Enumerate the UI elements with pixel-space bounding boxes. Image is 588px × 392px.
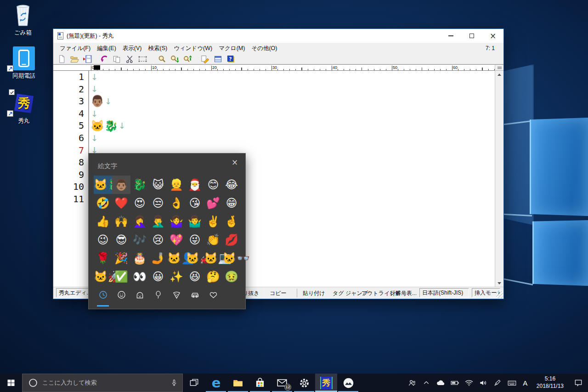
menu-item[interactable]: その他(O): [248, 45, 280, 52]
desktop-icon-phone-sync[interactable]: 同期電話: [4, 45, 44, 80]
emoji-cell[interactable]: 🐱‍🚀: [94, 267, 112, 286]
emoji-cell[interactable]: 🤣: [94, 194, 112, 212]
scrollbar-track[interactable]: [495, 78, 503, 279]
open-button[interactable]: [68, 54, 80, 63]
emoji-category-celebrations-icon[interactable]: [149, 287, 167, 302]
save-button[interactable]: [81, 54, 93, 63]
emoji-category-food-icon[interactable]: [167, 287, 186, 302]
maximize-button[interactable]: [461, 29, 482, 43]
emoji-category-transport-icon[interactable]: [186, 287, 204, 302]
emoji-cell[interactable]: 🤔: [204, 267, 222, 286]
emoji-cell[interactable]: 👍: [94, 212, 112, 231]
select-button[interactable]: [136, 54, 148, 63]
vertical-scrollbar[interactable]: [495, 65, 503, 287]
taskbar-search-box[interactable]: ここに入力して検索: [22, 374, 183, 392]
emoji-cell[interactable]: 😁: [222, 194, 241, 212]
emoji-cell[interactable]: 🤦‍♂️: [149, 212, 167, 231]
start-button[interactable]: [0, 374, 22, 392]
emoji-cell[interactable]: 🎂: [130, 249, 149, 267]
tray-chevron-up-icon[interactable]: [419, 374, 434, 392]
text-line[interactable]: ↓: [90, 108, 495, 120]
tray-volume-icon[interactable]: [476, 374, 491, 392]
replace-button[interactable]: [199, 54, 211, 63]
desktop-icon-hidemaru[interactable]: 秀秀丸: [4, 90, 44, 125]
emoji-cell[interactable]: 😘: [186, 194, 204, 212]
emoji-cell[interactable]: ❤️: [112, 194, 130, 212]
taskbar-explorer-icon[interactable]: [227, 374, 249, 392]
emoji-cell[interactable]: ✨: [167, 267, 186, 286]
taskbar-store-icon[interactable]: [249, 374, 271, 392]
text-line[interactable]: ↓: [90, 132, 495, 144]
emoji-cell[interactable]: 🎶: [130, 231, 149, 249]
tray-keyboard-icon[interactable]: [505, 374, 519, 392]
find-button[interactable]: [156, 54, 168, 63]
emoji-cell[interactable]: 😺: [149, 176, 167, 194]
emoji-cell[interactable]: 💕: [204, 194, 222, 212]
minimize-button[interactable]: [440, 29, 461, 43]
desktop-icon-recycle-bin[interactable]: ごみ箱: [3, 2, 43, 37]
emoji-cell[interactable]: 🎅: [186, 176, 204, 194]
menu-item[interactable]: 表示(V): [119, 45, 145, 52]
cut-button[interactable]: [124, 54, 136, 63]
tray-pen-icon[interactable]: [491, 374, 505, 392]
emoji-cell[interactable]: 👱: [167, 176, 186, 194]
statusbar-item[interactable]: 行番号表...: [390, 290, 417, 297]
emoji-cell[interactable]: 🐱‍🏍: [186, 249, 204, 267]
close-icon[interactable]: ×: [229, 156, 241, 168]
find-next-button[interactable]: [169, 54, 181, 63]
copy-button[interactable]: [111, 54, 123, 63]
emoji-cell[interactable]: 🐱‍👓: [222, 249, 241, 267]
emoji-cell[interactable]: 🙌: [112, 212, 130, 231]
resize-grip[interactable]: [496, 291, 503, 298]
text-line[interactable]: 👨🏽↓: [90, 95, 495, 108]
emoji-cell[interactable]: 💋: [222, 231, 241, 249]
emoji-category-symbols-icon[interactable]: [204, 287, 222, 302]
emoji-cell[interactable]: 👀: [130, 267, 149, 286]
emoji-cell[interactable]: ✅: [112, 267, 130, 286]
emoji-cell[interactable]: 🐱‍💻: [204, 249, 222, 267]
undo-button[interactable]: [98, 54, 110, 63]
menu-item[interactable]: ファイル(F): [57, 45, 94, 52]
emoji-cell[interactable]: 😜: [186, 231, 204, 249]
tray-onedrive-icon[interactable]: [434, 374, 448, 392]
emoji-category-kaomoji-icon[interactable]: [130, 287, 149, 302]
emoji-cell[interactable]: 🐱‍🐉: [94, 176, 112, 194]
emoji-cell[interactable]: 🤦‍♀️: [130, 212, 149, 231]
emoji-cell[interactable]: 😒: [149, 194, 167, 212]
emoji-cell[interactable]: 🌹: [94, 249, 112, 267]
emoji-cell[interactable]: 👏: [204, 231, 222, 249]
emoji-category-smileys-icon[interactable]: [112, 287, 130, 302]
emoji-cell[interactable]: 🤳: [149, 249, 167, 267]
emoji-cell[interactable]: ✌️: [204, 212, 222, 231]
menu-item[interactable]: 検索(S): [145, 45, 170, 52]
emoji-cell[interactable]: 😂: [222, 176, 241, 194]
emoji-cell[interactable]: 🤷‍♀️: [167, 212, 186, 231]
taskbar-edge-icon[interactable]: e: [205, 374, 227, 392]
tray-battery-icon[interactable]: [448, 374, 462, 392]
statusbar-item[interactable]: コピー: [270, 290, 287, 297]
menu-item[interactable]: 編集(E): [94, 45, 119, 52]
emoji-cell[interactable]: 😉: [94, 231, 112, 249]
tray-people-icon[interactable]: [405, 374, 419, 392]
statusbar-encoding[interactable]: 日本語(Shift-JIS): [419, 288, 469, 297]
emoji-cell[interactable]: 🤷‍♂️: [186, 212, 204, 231]
text-line[interactable]: ↓: [90, 83, 495, 96]
taskbar-photos-icon[interactable]: [337, 374, 359, 392]
emoji-cell[interactable]: 🐉: [130, 176, 149, 194]
text-line[interactable]: ↓: [90, 71, 495, 83]
text-line[interactable]: 🐱‍🐉↓: [90, 119, 495, 132]
action-center-icon[interactable]: [569, 378, 588, 387]
emoji-cell[interactable]: 😊: [204, 176, 222, 194]
emoji-cell[interactable]: 😍: [130, 194, 149, 212]
emoji-category-recent-icon[interactable]: [94, 287, 112, 302]
menu-item[interactable]: ウィンドウ(W): [170, 45, 215, 52]
close-button[interactable]: ×: [482, 29, 503, 43]
tray-network-icon[interactable]: [462, 374, 476, 392]
emoji-cell[interactable]: 💖: [167, 231, 186, 249]
help-button[interactable]: ?: [225, 54, 237, 63]
title-bar[interactable]: (無題)(更新) - 秀丸 ×: [53, 29, 503, 43]
taskbar-settings-icon[interactable]: [293, 374, 315, 392]
emoji-cell[interactable]: 🎉: [112, 249, 130, 267]
split-handle[interactable]: [495, 65, 503, 71]
emoji-cell[interactable]: 🤢: [222, 267, 241, 286]
